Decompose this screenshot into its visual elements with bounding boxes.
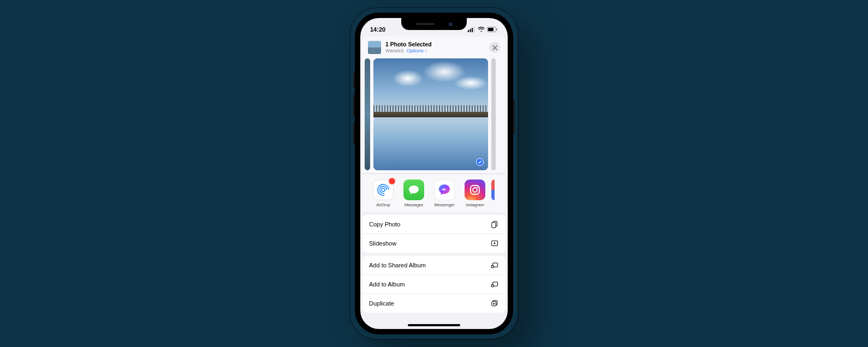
sheet-title: 1 Photo Selected xyxy=(385,41,485,48)
svg-point-8 xyxy=(378,185,388,195)
wifi-icon xyxy=(478,27,485,32)
action-add-album[interactable]: Add to Album xyxy=(362,274,506,294)
close-button[interactable] xyxy=(489,42,500,53)
album-icon xyxy=(490,280,499,289)
header-thumbnail xyxy=(368,41,381,54)
close-icon xyxy=(492,45,497,50)
svg-rect-3 xyxy=(474,27,475,32)
svg-point-12 xyxy=(477,187,478,188)
action-add-shared-album[interactable]: Add to Shared Album xyxy=(362,256,506,274)
messenger-icon xyxy=(434,180,455,200)
photo-preview-row[interactable] xyxy=(362,58,506,174)
next-photo-peek[interactable] xyxy=(491,58,496,170)
airdrop-icon xyxy=(373,180,394,200)
svg-point-17 xyxy=(491,266,494,268)
notification-badge xyxy=(389,178,395,184)
svg-point-7 xyxy=(382,188,385,192)
messages-icon xyxy=(403,180,424,200)
phone-mockup: 14:20 1 Photo Selected Warwick Options xyxy=(355,13,513,334)
copy-icon xyxy=(490,220,499,229)
chevron-right-icon: › xyxy=(425,48,426,53)
share-app-airdrop[interactable]: AirDrop xyxy=(368,180,399,207)
action-duplicate[interactable]: Duplicate xyxy=(362,294,506,313)
options-link[interactable]: Options xyxy=(407,48,424,53)
notch xyxy=(401,18,467,30)
selected-photo-preview[interactable] xyxy=(373,58,488,170)
duplicate-icon xyxy=(490,299,499,308)
slideshow-icon xyxy=(490,239,499,248)
selected-checkmark-icon xyxy=(476,158,484,166)
action-slideshow[interactable]: Slideshow xyxy=(362,234,506,253)
svg-point-19 xyxy=(491,285,494,287)
action-copy-photo[interactable]: Copy Photo xyxy=(362,215,506,234)
svg-point-11 xyxy=(473,188,477,192)
home-indicator[interactable] xyxy=(408,324,460,326)
svg-rect-0 xyxy=(468,30,469,32)
cellular-icon xyxy=(468,27,475,32)
share-sheet-header: 1 Photo Selected Warwick Options › xyxy=(362,37,506,58)
status-time: 14:20 xyxy=(370,26,385,33)
shared-album-icon xyxy=(490,261,499,270)
svg-rect-5 xyxy=(488,28,494,31)
share-app-messenger[interactable]: Messenger xyxy=(429,180,460,207)
share-apps-row[interactable]: AirDrop Messages Messenger xyxy=(362,174,506,212)
svg-rect-14 xyxy=(492,223,496,228)
previous-photo-peek[interactable] xyxy=(365,58,370,170)
share-app-instagram[interactable]: Instagram xyxy=(460,180,490,207)
actions-list: Copy Photo Slideshow Add to Shared Album xyxy=(362,215,506,313)
svg-rect-1 xyxy=(470,29,471,32)
instagram-icon xyxy=(465,180,485,200)
share-app-messages[interactable]: Messages xyxy=(399,180,429,207)
svg-rect-6 xyxy=(497,28,498,31)
svg-point-9 xyxy=(376,182,391,198)
svg-rect-2 xyxy=(472,28,473,32)
battery-icon xyxy=(487,27,498,32)
share-app-peek[interactable] xyxy=(490,180,496,207)
sheet-subtitle: Warwick Options › xyxy=(385,48,485,54)
